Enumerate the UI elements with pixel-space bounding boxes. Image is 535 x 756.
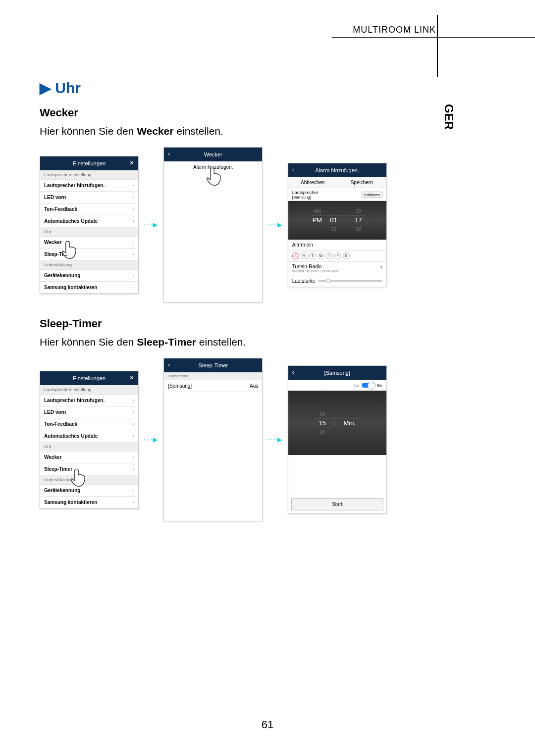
volume-slider[interactable] bbox=[318, 280, 382, 282]
app-header: ‹ Sleep-Timer bbox=[164, 358, 262, 372]
back-icon[interactable]: ‹ bbox=[168, 151, 170, 157]
wecker-flow-row: Einstellungen ✕ Lautsprechereinstellung … bbox=[40, 147, 495, 302]
chevron-right-icon: › bbox=[380, 264, 382, 273]
app-header: ‹ [Samsung] bbox=[288, 366, 386, 380]
back-icon[interactable]: ‹ bbox=[168, 361, 170, 368]
section-label-uhr: Uhr bbox=[40, 442, 138, 452]
item-autoupdate[interactable]: Automatisches Update› bbox=[40, 215, 138, 227]
item-wecker[interactable]: Wecker› bbox=[40, 452, 138, 463]
chevron-right-icon: › bbox=[133, 195, 134, 200]
item-led[interactable]: LED vorn› bbox=[40, 192, 138, 203]
chevron-right-icon: › bbox=[133, 218, 134, 224]
item-contact[interactable]: Samsung kontaktieren› bbox=[40, 497, 138, 508]
section-heading-sleep: Sleep-Timer bbox=[40, 317, 495, 330]
flow-arrow-icon: ··· bbox=[268, 220, 282, 229]
time-picker[interactable]: AMPM 0102 : 161718 bbox=[288, 201, 386, 240]
app-header: Einstellungen ✕ bbox=[40, 371, 138, 385]
language-tab: GER bbox=[442, 104, 456, 130]
topbar-actions: Abbrechen Speichern bbox=[288, 177, 386, 188]
app-header-title: [Samsung] bbox=[324, 370, 350, 376]
app-header: ‹ Alarm hinzufugen. bbox=[288, 163, 386, 177]
header-section: MULTIROOM LINK bbox=[332, 25, 535, 35]
item-add-speaker[interactable]: Lautsprecher hinzufugen.› bbox=[40, 395, 138, 406]
day-m[interactable]: M bbox=[301, 252, 308, 259]
app-header: Einstellungen ✕ bbox=[40, 156, 138, 170]
item-sleeptimer[interactable]: Sleep-Ti...› bbox=[40, 249, 138, 260]
section-desc-wecker: Hier können Sie den Wecker einstellen. bbox=[40, 125, 495, 137]
section-label-support: Unterstützung bbox=[40, 475, 138, 485]
toggle-row: Aus Ein bbox=[288, 380, 386, 391]
section-label-support: Unterstützung bbox=[40, 260, 138, 270]
day-s[interactable]: S bbox=[292, 252, 299, 259]
edit-button[interactable]: Editieren bbox=[362, 192, 382, 198]
app-header: ‹ Wecker bbox=[164, 148, 262, 161]
header-rule: MULTIROOM LINK bbox=[332, 25, 535, 38]
chevron-right-icon: ▶ bbox=[40, 80, 51, 96]
add-alarm-row[interactable]: Alarm hinzufugen. bbox=[164, 161, 262, 173]
close-icon[interactable]: ✕ bbox=[129, 374, 134, 381]
section-label: Lautsprecher bbox=[164, 372, 262, 380]
day-t2[interactable]: T bbox=[326, 252, 333, 259]
app-header-title: Einstellungen bbox=[73, 375, 106, 381]
sleep-speaker-row[interactable]: [Samsung]Aus bbox=[164, 380, 262, 392]
item-tonfb[interactable]: Ton-Feedback› bbox=[40, 418, 138, 430]
toggle-off-label: Aus bbox=[354, 384, 360, 387]
section-label-speaker: Lautsprechereinstellung bbox=[40, 170, 138, 180]
toggle-switch[interactable] bbox=[362, 383, 375, 388]
back-icon[interactable]: ‹ bbox=[292, 369, 294, 376]
item-led[interactable]: LED vorn› bbox=[40, 406, 138, 418]
item-tonfb[interactable]: Ton-Feedback› bbox=[40, 203, 138, 215]
chevron-right-icon: › bbox=[133, 252, 134, 257]
volume-label: Lautstärke bbox=[292, 278, 316, 284]
section-label-uhr: Uhr bbox=[40, 227, 138, 237]
item-device[interactable]: Gerätekennung› bbox=[40, 485, 138, 497]
save-button[interactable]: Speichern bbox=[337, 177, 386, 188]
chevron-right-icon: › bbox=[133, 206, 134, 212]
item-add-speaker[interactable]: Lautsprecher hinzufugen.› bbox=[40, 180, 138, 192]
start-button[interactable]: Start bbox=[291, 498, 383, 510]
chevron-right-icon: › bbox=[133, 285, 134, 290]
page-edge-rule bbox=[437, 15, 438, 77]
volume-row: Lautstärke bbox=[288, 275, 386, 287]
alarm-on-label: Alarm ein bbox=[288, 240, 386, 251]
cancel-button[interactable]: Abbrechen bbox=[288, 177, 337, 188]
app-header-title: Wecker bbox=[204, 151, 222, 157]
section-label-speaker: Lautsprechereinstellung bbox=[40, 385, 138, 395]
app-header-title: Alarm hinzufugen. bbox=[315, 167, 359, 173]
phone-settings-1: Einstellungen ✕ Lautsprechereinstellung … bbox=[40, 156, 139, 294]
item-autoupdate[interactable]: Automatisches Update› bbox=[40, 430, 138, 442]
flow-arrow-icon: ··· bbox=[268, 435, 282, 444]
tunein-row[interactable]: Tunein-RadioWählen Sie einen Sender aus.… bbox=[288, 262, 386, 275]
close-icon[interactable]: ✕ bbox=[129, 159, 134, 166]
speaker-label: Lautsprecher bbox=[292, 190, 319, 195]
minute-picker[interactable]: 141516 : Min. bbox=[288, 391, 386, 455]
page-title-text: Uhr bbox=[55, 80, 81, 96]
item-device[interactable]: Gerätekennung› bbox=[40, 270, 138, 282]
phone-samsung-timer: ‹ [Samsung] Aus Ein 141516 : Min. Start bbox=[288, 365, 387, 514]
page-number: 61 bbox=[262, 718, 273, 731]
day-f[interactable]: F bbox=[334, 252, 341, 259]
speaker-row: Lautsprecher [Samsung] Editieren bbox=[288, 188, 386, 201]
item-contact[interactable]: Samsung kontaktieren› bbox=[40, 282, 138, 294]
day-s2[interactable]: S bbox=[343, 252, 350, 259]
section-desc-sleep: Hier können Sie den Sleep-Timer einstell… bbox=[40, 336, 495, 348]
item-wecker[interactable]: Wecker› bbox=[40, 237, 138, 249]
chevron-right-icon: › bbox=[133, 183, 134, 188]
toggle-on-label: Ein bbox=[377, 384, 382, 387]
phone-settings-2: Einstellungen ✕ Lautsprechereinstellung … bbox=[40, 371, 139, 509]
chevron-right-icon: › bbox=[133, 273, 134, 278]
section-heading-wecker: Wecker bbox=[40, 106, 495, 119]
app-header-title: Sleep-Timer bbox=[199, 362, 228, 368]
day-w[interactable]: W bbox=[318, 252, 324, 259]
app-header-title: Einstellungen bbox=[73, 160, 106, 166]
item-sleeptimer[interactable]: Sleep-Timer› bbox=[40, 463, 138, 475]
chevron-right-icon: › bbox=[133, 240, 134, 245]
day-t[interactable]: T bbox=[309, 252, 316, 259]
back-icon[interactable]: ‹ bbox=[292, 166, 294, 173]
day-selector[interactable]: S M T W T F S bbox=[288, 251, 386, 262]
page-title: ▶ Uhr bbox=[40, 79, 495, 97]
flow-arrow-icon: ··· bbox=[144, 220, 159, 229]
speaker-value: [Samsung] bbox=[292, 195, 319, 200]
sleep-flow-row: Einstellungen ✕ Lautsprechereinstellung … bbox=[40, 358, 495, 521]
phone-alarm-add: ‹ Alarm hinzufugen. Abbrechen Speichern … bbox=[288, 163, 387, 287]
